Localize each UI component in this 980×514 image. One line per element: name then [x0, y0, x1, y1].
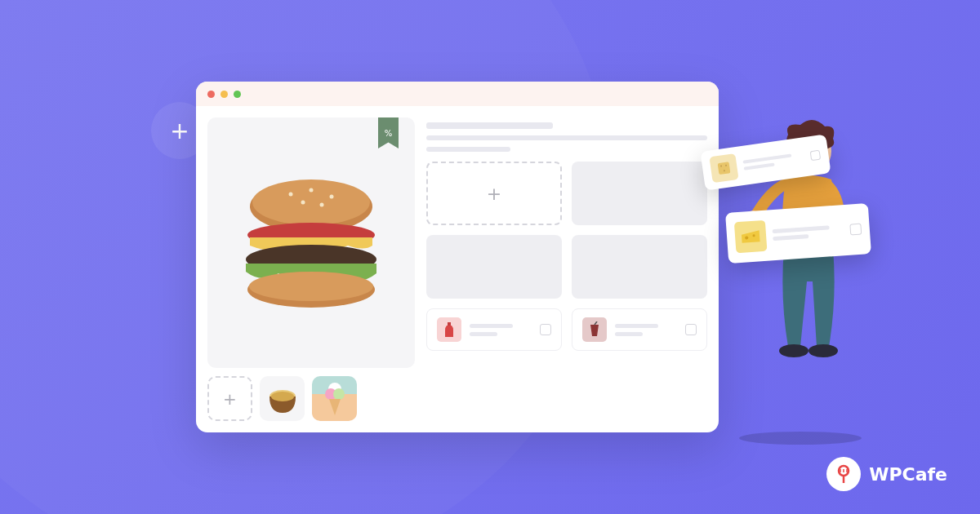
add-option-slot[interactable]: + — [426, 162, 562, 225]
skeleton-line — [470, 332, 497, 336]
add-thumbnail-button[interactable]: + — [207, 376, 252, 421]
svg-point-2 — [289, 192, 293, 196]
title-skeleton — [426, 117, 707, 152]
svg-line-17 — [595, 321, 597, 325]
svg-point-10 — [249, 272, 373, 301]
thumbnail-chips[interactable] — [260, 376, 305, 421]
list-item[interactable] — [426, 308, 562, 351]
svg-point-1 — [252, 179, 370, 225]
checkbox[interactable] — [685, 324, 697, 335]
svg-point-6 — [320, 202, 324, 206]
option-grid: + — [426, 162, 707, 299]
discount-tag: % — [378, 117, 399, 148]
logo-mark — [826, 457, 861, 491]
brand-name: WPCafe — [869, 464, 947, 485]
svg-rect-23 — [718, 162, 731, 175]
skeleton-line — [773, 234, 808, 241]
skeleton-line — [615, 332, 643, 336]
svg-point-3 — [310, 188, 314, 192]
hero-image[interactable]: % — [207, 117, 415, 368]
window-titlebar — [196, 82, 719, 106]
ice-cream-icon — [319, 379, 350, 419]
skeleton-line — [426, 135, 707, 140]
floating-card-cheese[interactable] — [725, 203, 871, 264]
list-item[interactable] — [572, 308, 707, 351]
skeleton-line — [773, 225, 830, 233]
addon-list — [426, 308, 707, 351]
product-image-column: % + — [207, 117, 415, 421]
maximize-icon[interactable] — [234, 91, 241, 98]
svg-point-15 — [333, 388, 345, 400]
close-icon[interactable] — [207, 91, 215, 98]
bottle-icon — [437, 317, 461, 342]
burger-icon — [234, 174, 389, 312]
minimize-icon[interactable] — [220, 91, 228, 98]
wpcafe-icon — [833, 463, 854, 485]
product-details-column: + — [426, 117, 707, 421]
skeleton-line — [426, 122, 553, 129]
skeleton-line — [615, 324, 658, 328]
svg-rect-16 — [448, 322, 451, 326]
svg-point-22 — [739, 432, 862, 445]
item-text — [470, 324, 532, 336]
svg-point-20 — [808, 344, 838, 357]
plus-icon: + — [170, 117, 189, 144]
chips-bowl-icon — [265, 382, 300, 416]
drink-icon — [582, 317, 607, 342]
skeleton-line — [426, 147, 510, 152]
brand-logo: WPCafe — [826, 457, 947, 491]
window-content: % + — [196, 106, 719, 432]
svg-point-4 — [330, 194, 334, 198]
checkbox[interactable] — [849, 224, 862, 236]
plus-icon: + — [223, 389, 237, 409]
svg-point-21 — [779, 344, 808, 357]
option-slot[interactable] — [572, 235, 707, 299]
crackers-icon — [709, 153, 738, 183]
plus-icon: + — [487, 184, 501, 204]
svg-point-12 — [271, 392, 294, 401]
item-text — [615, 324, 677, 336]
thumbnail-row: + — [207, 376, 415, 421]
skeleton-line — [470, 324, 513, 328]
option-slot[interactable] — [572, 162, 707, 225]
thumbnail-icecream[interactable] — [312, 376, 357, 421]
svg-point-5 — [301, 200, 305, 204]
app-window: % + — [196, 82, 719, 432]
percent-icon: % — [385, 129, 393, 138]
cheese-icon — [734, 220, 768, 254]
card-text — [773, 224, 844, 241]
card-text — [742, 152, 804, 170]
checkbox[interactable] — [540, 324, 551, 335]
skeleton-line — [744, 163, 775, 171]
option-slot[interactable] — [426, 235, 562, 299]
checkbox[interactable] — [810, 150, 822, 162]
skeleton-line — [742, 154, 791, 164]
